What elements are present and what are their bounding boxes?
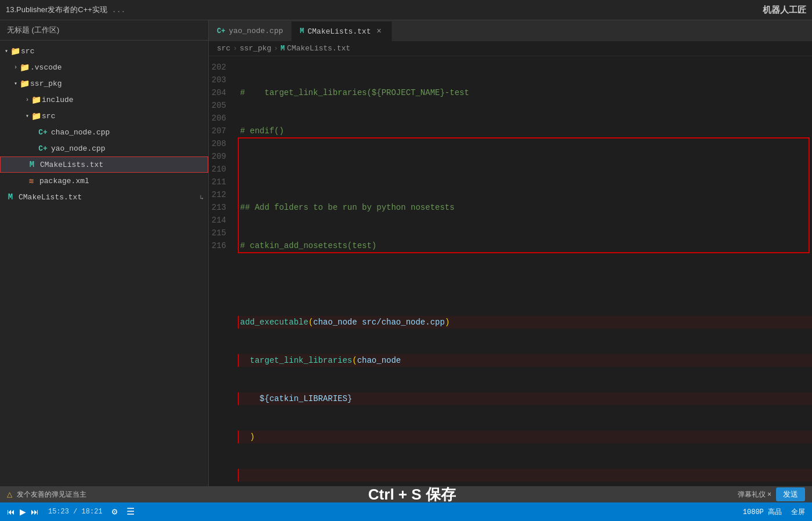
sidebar-item-chao-node[interactable]: C+ chao_node.cpp <box>0 124 208 140</box>
code-editor[interactable]: 202 203 204 205 206 207 208 209 210 211 … <box>209 56 812 486</box>
file-tree: ▾ 📁 src › 📁 .vscode ▾ 📁 ssr_pkg › 📁 incl… <box>0 41 208 486</box>
sidebar-item-label: CMakeLists.txt <box>40 161 203 169</box>
sidebar-item-label: src <box>42 112 204 121</box>
notification-strip: △ 发个友善的弹见证当主 Ctrl + S 保存 弹幕礼仪 × 发送 <box>0 486 812 502</box>
danmaku-label: 弹幕礼仪 × <box>738 490 771 500</box>
tab-label: yao_node.cpp <box>229 27 283 35</box>
sidebar-item-include[interactable]: › 📁 include <box>0 92 208 108</box>
play-controls: ⏮ ▶ ⏭ <box>7 507 39 516</box>
breadcrumb-separator: › <box>274 44 278 53</box>
sidebar: 无标题 (工作区) ▾ 📁 src › 📁 .vscode ▾ 📁 ssr_pk… <box>0 20 209 486</box>
sidebar-item-label: src <box>21 47 204 56</box>
code-line-205: ## Add folders to be run by python noset… <box>238 201 812 214</box>
arrow-icon: ↳ <box>200 194 204 201</box>
settings-icon[interactable]: ⚙ <box>112 506 118 518</box>
sidebar-item-label: package.xml <box>39 177 204 185</box>
folder-icon: 📁 <box>30 94 42 105</box>
cmake-tab-icon: M <box>300 27 304 35</box>
sidebar-item-label: yao_node.cpp <box>51 144 204 153</box>
breadcrumb-part: src <box>217 44 230 53</box>
cmake-file-icon: M <box>5 191 16 203</box>
play-button[interactable]: ▶ <box>20 507 26 516</box>
code-line-202: # target_link_libraries(${PROJECT_NAME}-… <box>238 86 812 99</box>
workspace-title: 无标题 (工作区) <box>0 20 208 41</box>
bottom-bar: ⏮ ▶ ⏭ 15:23 / 18:21 ⚙ ☰ 1080P 高品 全屏 <box>0 502 812 521</box>
cpp-file-icon: C+ <box>37 143 49 154</box>
paren-token: ) <box>445 318 449 327</box>
breadcrumb-cmake-icon: M <box>281 45 285 53</box>
sidebar-item-label: .vscode <box>30 63 204 72</box>
sidebar-item-yao-node[interactable]: C+ yao_node.cpp <box>0 140 208 156</box>
prev-button[interactable]: ⏮ <box>7 507 15 516</box>
sidebar-item-label: chao_node.cpp <box>51 128 204 137</box>
sidebar-item-label: include <box>42 96 204 104</box>
folder-icon: 📁 <box>19 61 30 73</box>
sidebar-item-ssr-pkg[interactable]: ▾ 📁 ssr_pkg <box>0 75 208 92</box>
code-content: # target_link_libraries(${PROJECT_NAME}-… <box>238 56 812 486</box>
chevron-down-icon: ▾ <box>26 112 29 119</box>
editor-area: C+ yao_node.cpp M CMakeLists.txt × src ›… <box>209 20 812 486</box>
paren-token: ( <box>309 318 313 327</box>
tabs-bar: C+ yao_node.cpp M CMakeLists.txt × <box>209 20 812 41</box>
code-line-209: target_link_libraries(chao_node <box>238 354 812 367</box>
breadcrumb: src › ssr_pkg › M CMakeLists.txt <box>209 41 812 56</box>
sidebar-item-vscode[interactable]: › 📁 .vscode <box>0 59 208 75</box>
time-display: 15:23 / 18:21 <box>48 508 103 516</box>
quality-label: 1080P 高品 <box>743 507 782 517</box>
code-line-208: add_executable(chao_node src/chao_node.c… <box>238 316 812 329</box>
comment-token: # catkin_add_nosetests(test) <box>240 241 376 250</box>
chevron-right-icon: › <box>26 97 29 103</box>
paren-token: ) <box>240 432 255 442</box>
cpp-tab-icon: C+ <box>217 27 225 35</box>
warning-icon: △ <box>7 490 12 498</box>
title-bar: 13.Publisher发布者的C++实现 ... 机器人工匠 <box>0 0 812 20</box>
breadcrumb-part: ssr_pkg <box>240 44 271 53</box>
notification-text: 发个友善的弹见证当主 <box>17 490 86 500</box>
tab-label: CMakeLists.txt <box>307 27 371 36</box>
main-layout: 无标题 (工作区) ▾ 📁 src › 📁 .vscode ▾ 📁 ssr_pk… <box>0 20 812 486</box>
breadcrumb-separator: › <box>233 44 237 53</box>
fullscreen-label: 全屏 <box>791 507 805 517</box>
code-line-204 <box>238 163 812 176</box>
chevron-down-icon: ▾ <box>14 80 17 87</box>
code-line-211: ) <box>238 431 812 443</box>
code-line-203: # endif() <box>238 125 812 137</box>
var-token: chao_node <box>357 356 401 365</box>
var-token: chao_node src/chao_node.cpp <box>313 318 445 327</box>
chevron-right-icon: › <box>14 64 17 71</box>
xml-file-icon: ≋ <box>26 175 37 187</box>
sidebar-item-label: ssr_pkg <box>30 79 204 88</box>
list-icon[interactable]: ☰ <box>126 506 135 518</box>
sidebar-item-src-sub[interactable]: ▾ 📁 src <box>0 108 208 124</box>
watermark: 机器人工匠 <box>763 5 806 16</box>
sidebar-item-cmakelists-inner[interactable]: M CMakeLists.txt <box>0 156 208 173</box>
cpp-file-icon: C+ <box>37 126 49 138</box>
sidebar-item-package-xml[interactable]: ≋ package.xml <box>0 173 208 189</box>
comment-token: # target_link_libraries(${PROJECT_NAME}-… <box>240 88 469 97</box>
func-token: add_executable <box>240 318 309 327</box>
chevron-down-icon: ▾ <box>5 48 8 54</box>
code-line-207 <box>238 278 812 290</box>
code-line-210: ${catkin_LIBRARIES} <box>238 392 812 405</box>
folder-icon: 📁 <box>9 45 21 57</box>
sidebar-item-cmakelists-root[interactable]: M CMakeLists.txt ↳ <box>0 189 208 205</box>
breadcrumb-part: CMakeLists.txt <box>287 44 350 53</box>
folder-icon: 📁 <box>19 78 30 89</box>
title-text: 13.Publisher发布者的C++实现 <box>6 5 107 15</box>
comment-token: ## Add folders to be run by python noset… <box>240 203 455 212</box>
cmake-file-icon: M <box>26 159 38 170</box>
tab-close-button[interactable]: × <box>374 27 383 36</box>
var-token: ${catkin_LIBRARIES} <box>240 394 352 403</box>
comment-token: # endif() <box>240 126 284 136</box>
send-button[interactable]: 发送 <box>776 487 805 501</box>
ctrl-s-hint: Ctrl + S 保存 <box>368 484 456 505</box>
func-token: target_link_libraries <box>250 356 352 365</box>
tab-cmakelists[interactable]: M CMakeLists.txt × <box>292 21 392 41</box>
sidebar-item-src-root[interactable]: ▾ 📁 src <box>0 43 208 59</box>
code-line-212 <box>238 469 812 482</box>
paren-token: ( <box>352 356 357 365</box>
sidebar-item-label: CMakeLists.txt <box>19 193 197 202</box>
title-dots: ... <box>112 6 125 14</box>
next-button[interactable]: ⏭ <box>31 507 39 516</box>
tab-yao-node[interactable]: C+ yao_node.cpp <box>209 21 292 41</box>
